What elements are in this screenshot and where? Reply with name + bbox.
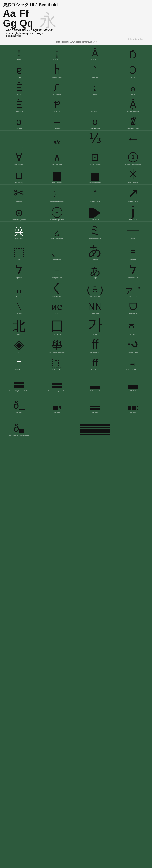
glyph-symbol: ア゜ xyxy=(126,287,141,294)
glyph-combined: a xyxy=(53,405,61,410)
glyph-label: Enclosed CJK xyxy=(90,296,100,298)
font-sample: Aa Ff Gg Qq 永 xyxy=(3,8,149,28)
glyph-cell: 北 Kana C xyxy=(0,315,38,336)
glyph-cell: Misc Arrows xyxy=(76,203,114,222)
glyph-cell: ≡ Katakana xyxy=(114,240,152,261)
glyph-label: Punctuation xyxy=(53,127,61,129)
lines-final xyxy=(80,424,110,435)
glyph-combined: ð xyxy=(13,400,25,410)
glyph-cell: ð CJK Ext C xyxy=(0,393,38,414)
glyph-cell: ל Bopomofo xyxy=(0,261,38,280)
glyph-label: Latin Ext A xyxy=(91,59,99,61)
sample-kanji: 永 xyxy=(39,13,57,28)
glyph-label: Vertical Forms xyxy=(128,352,138,354)
glyph-cell: ◈ Yi A xyxy=(0,336,38,355)
glyph-symbol: ⊡ xyxy=(91,152,99,162)
glyph-label: CJK Ext A xyxy=(16,313,23,314)
glyph-cell: ל Bopomofo Ext xyxy=(114,261,152,280)
glyph-label: Currency Symbols xyxy=(127,127,139,129)
glyph-symbol: ⅓ xyxy=(89,132,101,145)
glyph-symbol: ⿵ xyxy=(52,358,62,368)
glyph-cell: ぁ Boujun xyxy=(76,261,114,280)
glyph-symbol: (ㅎ) xyxy=(87,284,103,294)
glyph-symbol: 가 xyxy=(87,317,102,332)
glyph-symbol: ⊔ xyxy=(15,171,23,181)
glyph-label: Box Drawing xyxy=(14,182,23,184)
glyph-label: Half Marks xyxy=(16,369,23,371)
glyph-cell: ᚣ CJK Ext A xyxy=(0,298,38,315)
glyph-label: Misc Symbols xyxy=(128,182,138,184)
glyph-label: Math Operators xyxy=(14,163,24,165)
glyph-label: Compat Jamo xyxy=(52,277,62,279)
glyph-cell: ff Small Forms xyxy=(76,355,114,372)
glyph-label: Hiragana xyxy=(92,258,98,260)
glyph-label: Phonetic Ext Sup xyxy=(51,111,63,112)
glyph-symbol: 〉 xyxy=(52,189,62,199)
glyph-symbol: ぁ xyxy=(88,263,102,276)
glyph-symbol: ? xyxy=(126,341,140,348)
glyph-cell: o Supra And Sub xyxy=(76,113,114,130)
glyph-label: Small Forms xyxy=(91,369,99,371)
glyph-symbol: ל xyxy=(129,263,137,276)
glyph-label: Kangxi xyxy=(131,237,135,239)
circle-div-symbol: ÷ xyxy=(52,207,62,218)
glyph-cell: 〉 Misc Math Symbols A xyxy=(38,185,76,203)
glyph-label: Enclosed Ideographic Sup xyxy=(48,390,66,392)
glyph-cell: Ᵽ Phonetic Ext Sup xyxy=(38,96,76,113)
glyph-symbol: ⊙ xyxy=(15,208,23,218)
glyph-symbol: Ậ xyxy=(129,99,136,109)
glyph-label: CJK Symbol xyxy=(53,258,61,260)
design-credit: © Design by fontke.com xyxy=(3,38,149,40)
glyph-cell: ↑ Sup Arrows A xyxy=(76,185,114,203)
glyph-label: Diacriticals For Symbols xyxy=(11,146,27,148)
sample-qq: Qq xyxy=(20,18,36,28)
glyph-symbol: ₡ xyxy=(130,117,136,126)
glyph-symbol: 北 xyxy=(12,319,26,332)
glyph-cell: α Greek Ext xyxy=(0,113,38,130)
glyph-symbol: ל xyxy=(16,263,23,276)
glyph-cell: Block Elements xyxy=(38,166,76,185)
glyph-symbol: ᚿ xyxy=(94,105,96,109)
glyph-cell: ✳ Misc Symbols xyxy=(114,166,152,185)
glyph-symbol: — xyxy=(126,223,140,236)
glyph-label: Misc Math Symbols A xyxy=(50,200,64,202)
glyph-label: CJK Ext F xyxy=(129,411,136,413)
glyph-combined: → xyxy=(128,406,138,410)
glyph-cell: ✂ Dingbats xyxy=(0,185,38,203)
glyph-symbol: ✳ xyxy=(128,168,139,181)
glyph-symbol: ` xyxy=(93,65,96,75)
glyph-label: Modifier Letters xyxy=(52,76,62,78)
dashed-rect xyxy=(14,248,24,257)
glyph-symbol: Ͻ xyxy=(129,65,136,75)
glyph-label: Sup Arrows B xyxy=(128,200,138,202)
glyph-cell: 、 CJK Symbol xyxy=(38,240,76,261)
glyph-cell: 兾 Cyrillic Ext A xyxy=(0,222,38,240)
glyph-symbol: ⌐ xyxy=(54,266,60,276)
glyph-symbol: j xyxy=(131,205,134,218)
glyph-label: Block Elements xyxy=(52,182,62,184)
alphabet-display: ABCDEFGHIJKLMNOPQRSTUVWXYZ abcdefghijklm… xyxy=(3,28,149,38)
glyph-symbol: ᄒ xyxy=(128,322,138,332)
lines-symbol xyxy=(52,383,62,389)
glyph-cell: ∧ Misc Technical xyxy=(38,149,76,166)
bottom-section: Enclosed Alphanumeric Sub Enclosed Ideog… xyxy=(0,372,152,437)
glyph-symbol: Ᵽ xyxy=(54,99,60,109)
glyph-cell: ! ASCII xyxy=(0,45,38,62)
font-title: 更紗ゴシック UI J Semibold xyxy=(3,2,149,8)
glyph-cell: — Kangxi xyxy=(114,222,152,240)
glyph-label: Katakana Ext xyxy=(53,296,62,298)
geometric-shape xyxy=(91,174,99,181)
glyph-label: Diacritics xyxy=(92,76,98,78)
alphabet-upper: ABCDEFGHIJKLMNOPQRSTUVWXYZ xyxy=(6,29,146,32)
glyph-symbol: ð xyxy=(14,423,19,433)
glyph-label: Latin Ext A xyxy=(53,59,61,61)
glyph-cell: ḣ Modifier Letters xyxy=(38,62,76,79)
glyph-cell: ⅓ Number Forms xyxy=(76,130,114,149)
glyph-symbol: ≡ xyxy=(130,247,136,257)
glyph-cell: Geometric Shapes xyxy=(76,166,114,185)
glyph-symbol: 囗 xyxy=(51,319,63,332)
glyph-cell: ff Alphabetic PF xyxy=(76,336,114,355)
glyph-cell: ﹃ Half And Full Forms xyxy=(114,355,152,372)
glyph-symbol: ↗ xyxy=(128,186,139,199)
glyph-cell: 1 Enclosed Alphanumeric xyxy=(114,149,152,166)
